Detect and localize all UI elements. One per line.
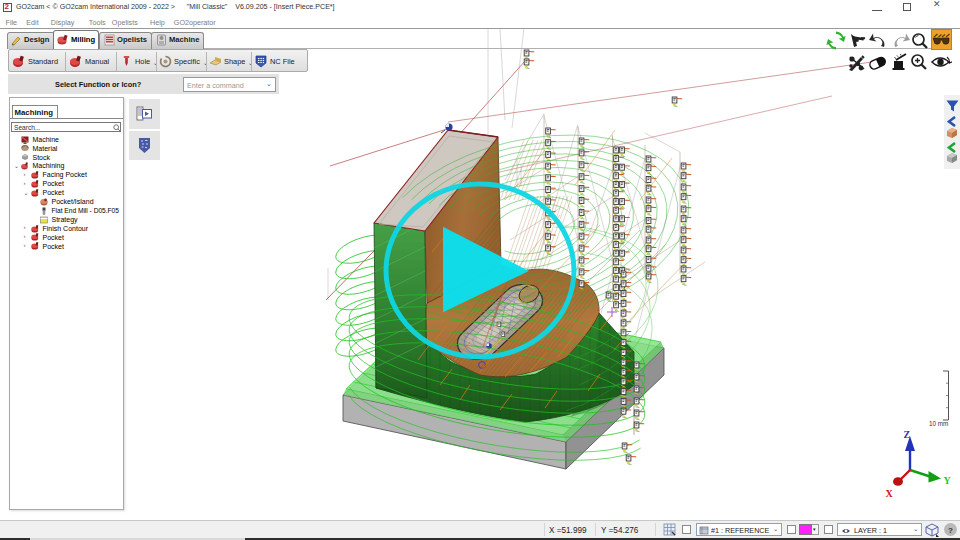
svg-text:X: X xyxy=(886,488,894,499)
svg-text:Y: Y xyxy=(944,475,952,486)
svg-text:10 mm: 10 mm xyxy=(929,420,948,427)
svg-text:Z: Z xyxy=(904,429,911,440)
